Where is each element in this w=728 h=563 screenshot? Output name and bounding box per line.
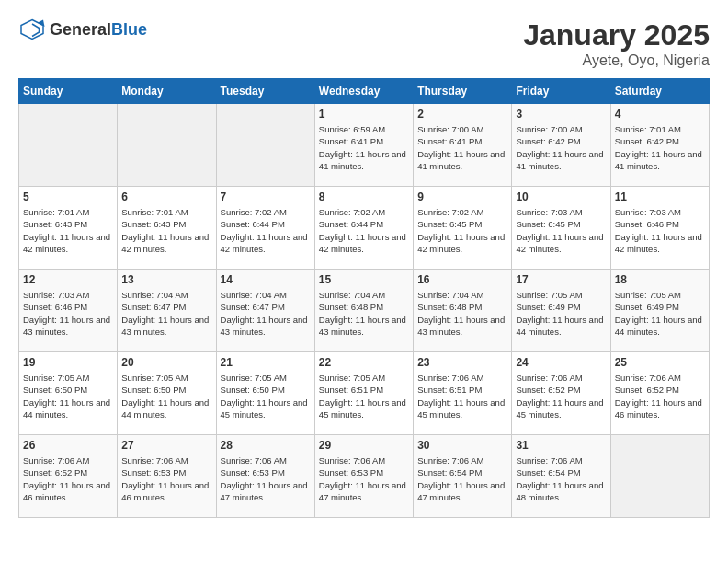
location-subtitle: Ayete, Oyo, Nigeria bbox=[523, 52, 710, 69]
calendar-cell: 29Sunrise: 7:06 AMSunset: 6:53 PMDayligh… bbox=[314, 435, 413, 518]
day-number: 16 bbox=[417, 273, 507, 286]
logo-general: General bbox=[50, 20, 111, 40]
calendar-week-row: 12Sunrise: 7:03 AMSunset: 6:46 PMDayligh… bbox=[19, 270, 710, 352]
day-number: 1 bbox=[319, 108, 409, 121]
day-info: Sunrise: 7:06 AMSunset: 6:54 PMDaylight:… bbox=[417, 454, 507, 503]
calendar-cell: 28Sunrise: 7:06 AMSunset: 6:53 PMDayligh… bbox=[216, 435, 314, 518]
calendar-cell: 25Sunrise: 7:06 AMSunset: 6:52 PMDayligh… bbox=[610, 352, 709, 435]
logo: General Blue bbox=[18, 18, 147, 40]
calendar-cell: 22Sunrise: 7:05 AMSunset: 6:51 PMDayligh… bbox=[314, 352, 413, 435]
day-number: 14 bbox=[221, 273, 311, 286]
day-info: Sunrise: 7:06 AMSunset: 6:52 PMDaylight:… bbox=[23, 454, 113, 503]
calendar-cell: 8Sunrise: 7:02 AMSunset: 6:44 PMDaylight… bbox=[314, 187, 413, 270]
calendar-cell: 13Sunrise: 7:04 AMSunset: 6:47 PMDayligh… bbox=[118, 270, 216, 352]
calendar-cell: 6Sunrise: 7:01 AMSunset: 6:43 PMDaylight… bbox=[118, 187, 216, 270]
calendar-cell bbox=[19, 104, 118, 187]
calendar-week-row: 5Sunrise: 7:01 AMSunset: 6:43 PMDaylight… bbox=[19, 187, 710, 270]
day-number: 12 bbox=[23, 273, 113, 286]
day-info: Sunrise: 7:04 AMSunset: 6:47 PMDaylight:… bbox=[221, 289, 311, 338]
calendar-cell: 7Sunrise: 7:02 AMSunset: 6:44 PMDaylight… bbox=[216, 187, 314, 270]
day-info: Sunrise: 7:06 AMSunset: 6:51 PMDaylight:… bbox=[417, 372, 507, 420]
day-number: 11 bbox=[615, 190, 705, 203]
day-info: Sunrise: 7:06 AMSunset: 6:52 PMDaylight:… bbox=[615, 372, 705, 420]
day-number: 24 bbox=[516, 356, 606, 369]
day-number: 22 bbox=[319, 356, 409, 369]
day-info: Sunrise: 7:03 AMSunset: 6:46 PMDaylight:… bbox=[23, 289, 113, 338]
calendar-table: SundayMondayTuesdayWednesdayThursdayFrid… bbox=[18, 78, 710, 518]
calendar-week-row: 1Sunrise: 6:59 AMSunset: 6:41 PMDaylight… bbox=[19, 104, 710, 187]
day-info: Sunrise: 7:01 AMSunset: 6:43 PMDaylight:… bbox=[121, 206, 211, 255]
calendar-cell bbox=[118, 104, 216, 187]
weekday-header-monday: Monday bbox=[118, 79, 216, 104]
day-info: Sunrise: 7:06 AMSunset: 6:54 PMDaylight:… bbox=[516, 454, 606, 503]
day-number: 31 bbox=[516, 439, 606, 452]
weekday-header-row: SundayMondayTuesdayWednesdayThursdayFrid… bbox=[19, 79, 710, 104]
day-number: 2 bbox=[417, 108, 507, 121]
day-info: Sunrise: 7:04 AMSunset: 6:48 PMDaylight:… bbox=[319, 289, 409, 338]
day-info: Sunrise: 7:05 AMSunset: 6:49 PMDaylight:… bbox=[615, 289, 705, 338]
day-number: 5 bbox=[23, 190, 113, 203]
calendar-cell: 5Sunrise: 7:01 AMSunset: 6:43 PMDaylight… bbox=[19, 187, 118, 270]
calendar-cell: 15Sunrise: 7:04 AMSunset: 6:48 PMDayligh… bbox=[314, 270, 413, 352]
logo-text: General Blue bbox=[50, 20, 147, 40]
day-number: 26 bbox=[23, 439, 113, 452]
day-number: 25 bbox=[615, 356, 705, 369]
day-info: Sunrise: 7:03 AMSunset: 6:46 PMDaylight:… bbox=[615, 206, 705, 255]
day-number: 29 bbox=[319, 439, 409, 452]
day-number: 6 bbox=[121, 190, 211, 203]
day-number: 21 bbox=[221, 356, 311, 369]
calendar-cell: 18Sunrise: 7:05 AMSunset: 6:49 PMDayligh… bbox=[610, 270, 709, 352]
logo-icon bbox=[18, 18, 46, 40]
calendar-cell: 16Sunrise: 7:04 AMSunset: 6:48 PMDayligh… bbox=[414, 270, 512, 352]
calendar-cell: 14Sunrise: 7:04 AMSunset: 6:47 PMDayligh… bbox=[216, 270, 314, 352]
day-info: Sunrise: 7:02 AMSunset: 6:45 PMDaylight:… bbox=[417, 206, 507, 255]
calendar-cell bbox=[216, 104, 314, 187]
day-info: Sunrise: 7:05 AMSunset: 6:49 PMDaylight:… bbox=[516, 289, 606, 338]
calendar-cell: 9Sunrise: 7:02 AMSunset: 6:45 PMDaylight… bbox=[414, 187, 512, 270]
calendar-cell: 26Sunrise: 7:06 AMSunset: 6:52 PMDayligh… bbox=[19, 435, 118, 518]
day-number: 27 bbox=[121, 439, 211, 452]
day-number: 17 bbox=[516, 273, 606, 286]
day-number: 19 bbox=[23, 356, 113, 369]
day-info: Sunrise: 7:01 AMSunset: 6:43 PMDaylight:… bbox=[23, 206, 113, 255]
weekday-header-wednesday: Wednesday bbox=[314, 79, 413, 104]
weekday-header-thursday: Thursday bbox=[414, 79, 512, 104]
day-number: 4 bbox=[615, 108, 705, 121]
calendar-cell: 30Sunrise: 7:06 AMSunset: 6:54 PMDayligh… bbox=[414, 435, 512, 518]
day-info: Sunrise: 7:02 AMSunset: 6:44 PMDaylight:… bbox=[319, 206, 409, 255]
calendar-cell: 1Sunrise: 6:59 AMSunset: 6:41 PMDaylight… bbox=[314, 104, 413, 187]
day-number: 28 bbox=[221, 439, 311, 452]
page-header: General Blue January 2025 Ayete, Oyo, Ni… bbox=[18, 18, 710, 69]
calendar-cell: 2Sunrise: 7:00 AMSunset: 6:41 PMDaylight… bbox=[414, 104, 512, 187]
calendar-cell: 11Sunrise: 7:03 AMSunset: 6:46 PMDayligh… bbox=[610, 187, 709, 270]
day-info: Sunrise: 7:00 AMSunset: 6:41 PMDaylight:… bbox=[417, 123, 507, 172]
day-info: Sunrise: 7:06 AMSunset: 6:52 PMDaylight:… bbox=[516, 372, 606, 420]
day-number: 8 bbox=[319, 190, 409, 203]
day-number: 15 bbox=[319, 273, 409, 286]
title-block: January 2025 Ayete, Oyo, Nigeria bbox=[523, 18, 710, 69]
calendar-week-row: 19Sunrise: 7:05 AMSunset: 6:50 PMDayligh… bbox=[19, 352, 710, 435]
calendar-cell: 4Sunrise: 7:01 AMSunset: 6:42 PMDaylight… bbox=[610, 104, 709, 187]
calendar-cell: 27Sunrise: 7:06 AMSunset: 6:53 PMDayligh… bbox=[118, 435, 216, 518]
day-info: Sunrise: 7:05 AMSunset: 6:50 PMDaylight:… bbox=[221, 372, 311, 420]
calendar-cell: 19Sunrise: 7:05 AMSunset: 6:50 PMDayligh… bbox=[19, 352, 118, 435]
calendar-cell: 20Sunrise: 7:05 AMSunset: 6:50 PMDayligh… bbox=[118, 352, 216, 435]
month-year-title: January 2025 bbox=[523, 18, 710, 52]
day-number: 13 bbox=[121, 273, 211, 286]
day-info: Sunrise: 7:05 AMSunset: 6:50 PMDaylight:… bbox=[23, 372, 113, 420]
day-number: 10 bbox=[516, 190, 606, 203]
logo-blue: Blue bbox=[111, 20, 147, 40]
weekday-header-friday: Friday bbox=[512, 79, 610, 104]
day-number: 9 bbox=[417, 190, 507, 203]
calendar-week-row: 26Sunrise: 7:06 AMSunset: 6:52 PMDayligh… bbox=[19, 435, 710, 518]
day-info: Sunrise: 7:02 AMSunset: 6:44 PMDaylight:… bbox=[221, 206, 311, 255]
day-info: Sunrise: 7:01 AMSunset: 6:42 PMDaylight:… bbox=[615, 123, 705, 172]
calendar-cell: 10Sunrise: 7:03 AMSunset: 6:45 PMDayligh… bbox=[512, 187, 610, 270]
calendar-cell: 12Sunrise: 7:03 AMSunset: 6:46 PMDayligh… bbox=[19, 270, 118, 352]
calendar-cell: 23Sunrise: 7:06 AMSunset: 6:51 PMDayligh… bbox=[414, 352, 512, 435]
day-number: 7 bbox=[221, 190, 311, 203]
day-number: 23 bbox=[417, 356, 507, 369]
weekday-header-tuesday: Tuesday bbox=[216, 79, 314, 104]
calendar-cell: 21Sunrise: 7:05 AMSunset: 6:50 PMDayligh… bbox=[216, 352, 314, 435]
day-info: Sunrise: 7:04 AMSunset: 6:47 PMDaylight:… bbox=[121, 289, 211, 338]
